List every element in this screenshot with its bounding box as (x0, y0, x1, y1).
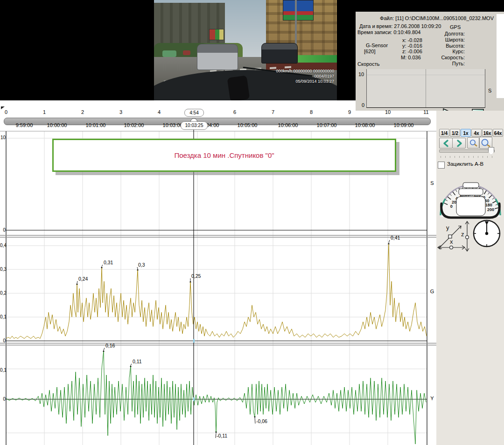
zoom-tick (445, 156, 446, 158)
timeline-time-label[interactable]: 10:03:00 (163, 122, 183, 128)
timeline-minute-mark[interactable]: 1 (43, 109, 46, 115)
timeline-minute-mark[interactable]: 6 (233, 109, 236, 115)
svg-text:180: 180 (485, 203, 492, 207)
zoom-tick (473, 156, 474, 158)
zoom-tick (450, 156, 450, 158)
peak-label-G: 0,24 (78, 276, 88, 282)
timeline-time-label[interactable]: 10:07:00 (317, 122, 337, 128)
timeline-time-label[interactable]: 10:02:00 (124, 122, 144, 128)
trip-annotation-box: Поездка 10 мин .Спутников "0" (52, 139, 396, 172)
cursor-time-bubble[interactable]: 10:03:25 (181, 121, 208, 130)
chart-side-label-S: S (428, 180, 436, 186)
timeline-minute-mark[interactable]: 11 (423, 109, 428, 115)
zoom-tick (478, 156, 478, 158)
gps-field-label: Долгота: (411, 31, 465, 37)
timeline-time-label[interactable]: 10:08:00 (355, 122, 375, 128)
ytick-S: 0 (0, 227, 6, 233)
next-file-button[interactable] (452, 138, 466, 148)
panel-edge-strip (497, 14, 504, 98)
timeline-minute-mark[interactable]: 9 (348, 109, 351, 115)
speed-axis-max: 10 (358, 71, 364, 77)
cursor-minute-bubble[interactable]: 4:54 (184, 109, 204, 117)
timeline-time-label[interactable]: 10:01:00 (86, 122, 106, 128)
peak-label-Y: 0,11 (133, 359, 142, 364)
zoom-tick (492, 156, 492, 158)
telemetry-info-panel: Файл: [11] O:\DCIM\100M...09051008_0232.… (356, 12, 504, 111)
axis-indicator-icon: y z x (437, 219, 472, 254)
video-billboard (283, 0, 314, 21)
ytick-Y: 0,1 (0, 367, 6, 373)
timeline-time-label[interactable]: 10:00:00 (47, 122, 67, 128)
speed-graph-midline (426, 69, 426, 107)
zoom-tick (464, 156, 464, 158)
timeline-corner-marker (1, 106, 5, 109)
overlay-datetime: 05/09/2014 10:03:27 (276, 79, 334, 84)
peak-label-G: 0,25 (191, 273, 201, 279)
peak-label-G: 0,3 (138, 262, 145, 268)
chevron-left-icon (442, 139, 450, 148)
timeline-time-label[interactable]: 10:05:00 (238, 122, 258, 128)
zoom-tick (455, 156, 455, 158)
zoom-out-button[interactable] (467, 137, 479, 148)
zoom-out-icon (469, 139, 478, 147)
timeline-minute-mark[interactable]: 0 (5, 109, 7, 115)
gsensor-x: x: -0.028 (402, 37, 422, 43)
gsensor-id: [620] (364, 49, 375, 54)
series-Y (6, 351, 426, 444)
speed-option-64x[interactable]: 64x (493, 129, 503, 137)
chart-side-label-G: G (428, 289, 436, 294)
speed-option-1x[interactable]: 1x (461, 129, 471, 137)
speed-side-label: S (488, 88, 491, 93)
video-car-silver (197, 44, 238, 70)
prev-file-button[interactable] (439, 138, 453, 148)
ytick-Y: 0 (0, 396, 6, 402)
speed-option-16x[interactable]: 16x (482, 129, 492, 137)
timeline-minute-mark[interactable]: 7 (272, 109, 274, 115)
gsensor-z: z: -0.006 (402, 49, 422, 54)
video-camera-mount (227, 75, 250, 100)
timeline-minute-mark[interactable]: 3 (119, 109, 122, 115)
gsensor-m: M: 0.036 (401, 55, 421, 60)
timeline-time-label[interactable]: 9:59:00 (16, 122, 33, 128)
timeline-minute-mark[interactable]: 4 (158, 109, 161, 115)
video-overlay-text: 000km/h 00000000 000000000 0004/0197 05/… (276, 69, 334, 84)
speed-option-4x[interactable]: 4x (471, 129, 482, 137)
ytick-S: 10 (0, 135, 6, 140)
video-frame: 000km/h 00000000 000000000 0004/0197 05/… (154, 0, 337, 100)
file-path: Файл: [11] O:\DCIM\100M...09051008_0232.… (358, 15, 494, 21)
zoom-tick (459, 156, 460, 158)
zoom-slider[interactable] (439, 149, 495, 153)
timeline-minute-mark[interactable]: 2 (81, 109, 84, 115)
file-datetime: Дата и время: 27.06.2008 10:09:20 (359, 23, 441, 29)
zoom-tick (487, 156, 488, 158)
timeline-time-label[interactable]: 10:09:00 (394, 122, 414, 128)
ytick-G: 0,1 (0, 314, 6, 319)
zoom-tick (483, 156, 483, 158)
peak-label-Y: 0,16 (105, 343, 115, 348)
speed-option-1-4[interactable]: 1/4 (439, 129, 449, 137)
timeline-minute-mark[interactable]: 8 (310, 109, 313, 115)
video-small-billboard (209, 29, 224, 40)
series-G (6, 243, 427, 339)
overlay-speed-counters: 000km/h 00000000 000000000 (276, 69, 334, 74)
clock-icon (472, 219, 502, 248)
info-panel-top-gap (356, 0, 504, 12)
speed-axis-zero: 0 (362, 102, 364, 108)
timeline-time-label[interactable]: 10:06:00 (278, 122, 298, 128)
gsensor-y: y: -0.016 (402, 43, 422, 49)
video-car-red (183, 50, 190, 55)
gsensor-label: G-Sensor (366, 42, 388, 48)
zoom-in-icon (481, 138, 491, 148)
video-car-dark (261, 43, 298, 64)
svg-text:200: 200 (487, 207, 494, 212)
loop-ab-checkbox[interactable] (438, 162, 445, 169)
speed-mini-graph (366, 69, 485, 108)
speed-option-1-2[interactable]: 1/2 (450, 129, 460, 137)
svg-text:0: 0 (450, 204, 453, 209)
gps-title: GPS (450, 24, 461, 30)
gps-field-label: Путь: (411, 61, 465, 67)
timeline-minute-mark[interactable]: 10 (385, 109, 391, 115)
ytick-G: 0,2 (0, 290, 6, 296)
zoom-tick (441, 156, 441, 158)
ytick-G: 0 (0, 338, 6, 343)
